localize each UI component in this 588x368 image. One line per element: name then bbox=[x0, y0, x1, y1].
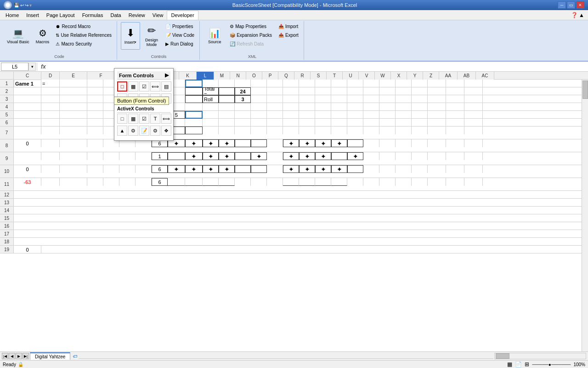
cell-p7[interactable] bbox=[251, 126, 267, 134]
export-button[interactable]: 📤 Export bbox=[276, 31, 301, 39]
cell-e8[interactable] bbox=[60, 139, 87, 147]
cell-l11[interactable] bbox=[185, 178, 203, 186]
vertical-scrollbar[interactable] bbox=[582, 80, 588, 351]
cell-w7[interactable] bbox=[363, 126, 379, 134]
cell-d7[interactable] bbox=[41, 126, 60, 134]
cell-z11[interactable] bbox=[412, 178, 428, 186]
insert-button[interactable]: ⬇ Insert▾ bbox=[121, 22, 140, 50]
cell-q5[interactable] bbox=[267, 111, 283, 119]
row-header-5[interactable]: 5 bbox=[0, 111, 14, 118]
cell-m9[interactable]: ✦ bbox=[203, 152, 219, 160]
cell-m5[interactable] bbox=[203, 111, 219, 119]
cell-e6[interactable] bbox=[60, 119, 87, 126]
cell-ac4[interactable] bbox=[464, 103, 483, 111]
cell-n10[interactable]: ✦ bbox=[219, 165, 235, 173]
col-header-o[interactable]: O bbox=[246, 72, 262, 80]
cell-ac8[interactable] bbox=[464, 139, 483, 147]
cell-o1[interactable] bbox=[235, 80, 251, 87]
cell-x6[interactable] bbox=[379, 119, 396, 126]
cell-p8[interactable] bbox=[251, 139, 267, 147]
cell-r11[interactable] bbox=[283, 178, 299, 186]
cell-aa7[interactable] bbox=[428, 126, 446, 134]
row-header-3[interactable]: 3 bbox=[0, 95, 14, 103]
cell-f9[interactable] bbox=[87, 152, 103, 160]
cell-l10[interactable]: ✦ bbox=[185, 165, 203, 173]
cell-t11[interactable] bbox=[315, 178, 331, 186]
cell-n1[interactable] bbox=[219, 80, 235, 87]
cell-ac6[interactable] bbox=[464, 119, 483, 126]
cell-r5[interactable] bbox=[283, 111, 299, 119]
menu-view[interactable]: View bbox=[149, 11, 167, 20]
cell-u9[interactable] bbox=[331, 152, 347, 160]
col-header-k[interactable]: K bbox=[179, 72, 197, 80]
cell-ac3[interactable] bbox=[464, 95, 483, 103]
cell-y10[interactable] bbox=[396, 165, 412, 173]
cell-ac11[interactable] bbox=[464, 178, 483, 186]
cell-r10[interactable]: ✦ bbox=[283, 165, 299, 173]
source-button[interactable]: 📊 Source bbox=[204, 22, 226, 50]
cell-w3[interactable] bbox=[363, 95, 379, 103]
cell-q6[interactable] bbox=[267, 119, 283, 126]
cell-z1[interactable] bbox=[412, 80, 428, 87]
cell-t10[interactable]: ✦ bbox=[315, 165, 331, 173]
cell-u11[interactable] bbox=[331, 178, 347, 186]
use-relative-references-button[interactable]: ⇅ Use Relative References bbox=[53, 31, 114, 39]
cell-ab3[interactable] bbox=[446, 95, 464, 103]
cell-aa10[interactable] bbox=[428, 165, 446, 173]
cell-o4[interactable] bbox=[235, 103, 251, 111]
cell-o2[interactable]: 24 bbox=[235, 87, 251, 95]
cell-m7[interactable] bbox=[203, 126, 219, 134]
cell-m6[interactable] bbox=[203, 119, 219, 126]
cell-ac1[interactable] bbox=[464, 80, 483, 87]
cell-f10[interactable] bbox=[87, 165, 103, 173]
design-mode-button[interactable]: ✏ DesignMode bbox=[142, 22, 161, 50]
cell-v7[interactable] bbox=[347, 126, 363, 134]
cell-y9[interactable] bbox=[396, 152, 412, 160]
col-header-w[interactable]: W bbox=[375, 72, 391, 80]
cell-d5[interactable] bbox=[41, 111, 60, 119]
cell-u5[interactable] bbox=[331, 111, 347, 119]
cell-u2[interactable] bbox=[331, 87, 347, 95]
cell-s8[interactable]: ✦ bbox=[299, 139, 315, 147]
cell-o10[interactable] bbox=[235, 165, 251, 173]
col-header-t[interactable]: T bbox=[327, 72, 343, 80]
cell-d6[interactable] bbox=[41, 119, 60, 126]
cell-u7[interactable] bbox=[331, 126, 347, 134]
cell-x7[interactable] bbox=[379, 126, 396, 134]
menu-formulas[interactable]: Formulas bbox=[79, 11, 107, 20]
cell-q9[interactable] bbox=[267, 152, 283, 160]
row-header-12[interactable]: 12 bbox=[0, 191, 14, 198]
cell-v9[interactable]: ✦ bbox=[347, 152, 363, 160]
formula-expand-button[interactable]: ▾ bbox=[28, 63, 36, 71]
activex-btn9[interactable]: ⚙ bbox=[150, 126, 160, 136]
help-icon[interactable]: ❓ bbox=[571, 12, 578, 18]
cell-ab2[interactable] bbox=[446, 87, 464, 95]
close-button[interactable]: ✕ bbox=[576, 1, 584, 9]
cell-s7[interactable] bbox=[299, 126, 315, 134]
cell-q8[interactable] bbox=[267, 139, 283, 147]
cell-ab8[interactable] bbox=[446, 139, 464, 147]
view-layout-icon[interactable]: 📄 bbox=[515, 361, 522, 368]
visual-basic-button[interactable]: 💻 Visual Basic bbox=[5, 22, 32, 50]
cell-aa8[interactable] bbox=[428, 139, 446, 147]
cell-r7[interactable] bbox=[283, 126, 299, 134]
horizontal-scrollbar[interactable] bbox=[494, 353, 586, 359]
cell-aa5[interactable] bbox=[428, 111, 446, 119]
cell-d11[interactable] bbox=[41, 178, 60, 186]
cell-e1[interactable] bbox=[60, 80, 87, 87]
cell-z5[interactable] bbox=[412, 111, 428, 119]
map-properties-button[interactable]: ⚙ Map Properties bbox=[227, 22, 274, 30]
cell-t9[interactable]: ✦ bbox=[315, 152, 331, 160]
cell-s4[interactable] bbox=[299, 103, 315, 111]
cell-l4[interactable] bbox=[185, 103, 203, 111]
cell-y1[interactable] bbox=[396, 80, 412, 87]
cell-u10[interactable]: ✦ bbox=[331, 165, 347, 173]
cell-w4[interactable] bbox=[363, 103, 379, 111]
activex-btn5[interactable]: ⟺ bbox=[161, 114, 171, 124]
row-header-19[interactable]: 19 bbox=[0, 246, 14, 253]
cell-x2[interactable] bbox=[379, 87, 396, 95]
menu-insert[interactable]: Insert bbox=[23, 11, 43, 20]
refresh-data-button[interactable]: 🔄 Refresh Data bbox=[227, 40, 274, 48]
cell-z9[interactable] bbox=[412, 152, 428, 160]
zoom-slider[interactable]: ─────●────── bbox=[532, 362, 571, 367]
